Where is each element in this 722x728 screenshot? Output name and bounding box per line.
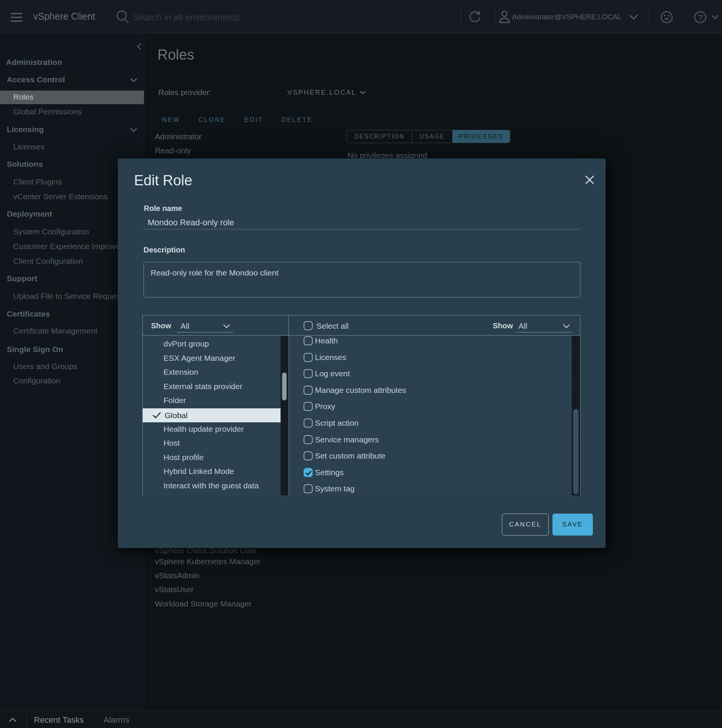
svg-text:?: ? [698, 13, 703, 22]
